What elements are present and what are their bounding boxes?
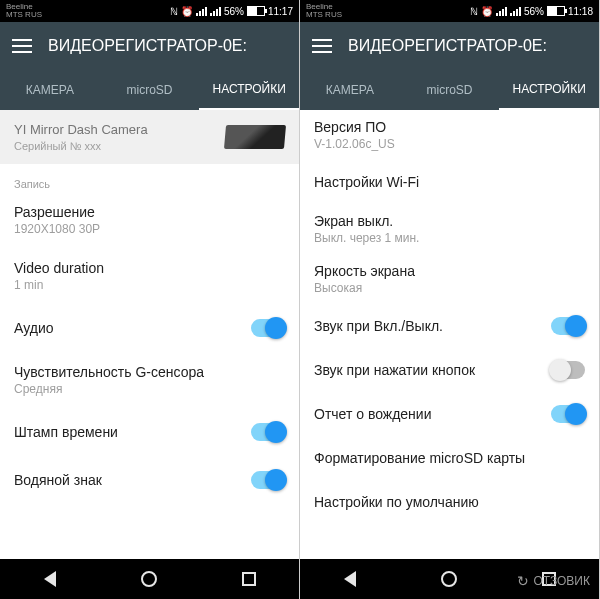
content-area: Версия ПОV-1.02.06c_USНастройки Wi-FiЭкр… [300, 110, 599, 559]
status-bar: Beeline MTS RUS ℕ ⏰ 56% 11:17 [0, 0, 299, 22]
tab-microsd[interactable]: microSD [100, 70, 200, 110]
phone-left: Beeline MTS RUS ℕ ⏰ 56% 11:17 ВИДЕОРЕГИС… [0, 0, 300, 599]
nav-bar [0, 559, 299, 599]
battery-text: 56% [524, 6, 544, 17]
device-serial: Серийный № xxx [14, 140, 148, 152]
signal-icon [496, 6, 507, 16]
row-title: Версия ПО [314, 119, 395, 135]
status-bar: Beeline MTS RUS ℕ ⏰ 56% 11:18 [300, 0, 599, 22]
toggle-switch[interactable] [551, 405, 585, 423]
toggle-switch[interactable] [551, 361, 585, 379]
nfc-icon: ℕ [470, 6, 478, 17]
alarm-icon: ⏰ [481, 6, 493, 17]
battery-icon [247, 6, 265, 16]
row-title: Отчет о вождении [314, 406, 432, 422]
home-button[interactable] [139, 569, 159, 589]
device-image [224, 125, 286, 149]
status-carriers: Beeline MTS RUS [306, 3, 342, 19]
status-icons: ℕ ⏰ 56% 11:17 [170, 6, 293, 17]
back-button[interactable] [340, 569, 360, 589]
page-title: ВИДЕОРЕГИСТРАТОР-0E: [48, 37, 287, 55]
tab-камера[interactable]: КАМЕРА [0, 70, 100, 110]
toggle-switch[interactable] [551, 317, 585, 335]
row-title: Чувствительность G-сенсора [14, 364, 204, 380]
content-area: YI Mirror Dash Camera Серийный № xxx Зап… [0, 110, 299, 559]
battery-icon [547, 6, 565, 16]
nfc-icon: ℕ [170, 6, 178, 17]
section-label: Запись [0, 164, 299, 192]
settings-row[interactable]: Версия ПОV-1.02.06c_US [300, 110, 599, 160]
toggle-switch[interactable] [251, 471, 285, 489]
row-subtitle: Средняя [14, 382, 204, 396]
settings-row[interactable]: Штамп времени [0, 408, 299, 456]
settings-row[interactable]: Яркость экранаВысокая [300, 254, 599, 304]
settings-row[interactable]: Звук при нажатии кнопок [300, 348, 599, 392]
status-carriers: Beeline MTS RUS [6, 3, 42, 19]
tab-bar: КАМЕРАmicroSDНАСТРОЙКИ [0, 70, 299, 110]
toggle-switch[interactable] [251, 423, 285, 441]
device-name: YI Mirror Dash Camera [14, 122, 148, 137]
row-title: Яркость экрана [314, 263, 415, 279]
settings-row[interactable]: Настройки по умолчанию [300, 480, 599, 524]
recents-button[interactable] [539, 569, 559, 589]
settings-row[interactable]: Video duration1 min [0, 248, 299, 304]
home-button[interactable] [439, 569, 459, 589]
row-title: Водяной знак [14, 472, 102, 488]
app-header: ВИДЕОРЕГИСТРАТОР-0E: [300, 22, 599, 70]
settings-row[interactable]: Водяной знак [0, 456, 299, 504]
row-title: Звук при Вкл./Выкл. [314, 318, 443, 334]
carrier-2: MTS RUS [6, 11, 42, 19]
recents-button[interactable] [239, 569, 259, 589]
row-title: Звук при нажатии кнопок [314, 362, 475, 378]
tab-bar: КАМЕРАmicroSDНАСТРОЙКИ [300, 70, 599, 110]
menu-icon[interactable] [312, 39, 332, 53]
device-card[interactable]: YI Mirror Dash Camera Серийный № xxx [0, 110, 299, 164]
page-title: ВИДЕОРЕГИСТРАТОР-0E: [348, 37, 587, 55]
alarm-icon: ⏰ [181, 6, 193, 17]
app-header: ВИДЕОРЕГИСТРАТОР-0E: [0, 22, 299, 70]
row-title: Аудио [14, 320, 54, 336]
signal-icon-2 [510, 6, 521, 16]
settings-row[interactable]: Разрешение1920X1080 30P [0, 192, 299, 248]
row-title: Разрешение [14, 204, 100, 220]
settings-row[interactable]: Настройки Wi-Fi [300, 160, 599, 204]
row-subtitle: Выкл. через 1 мин. [314, 231, 419, 245]
row-title: Штамп времени [14, 424, 118, 440]
tab-настройки[interactable]: НАСТРОЙКИ [199, 70, 299, 110]
row-subtitle: 1920X1080 30P [14, 222, 100, 236]
phone-right: Beeline MTS RUS ℕ ⏰ 56% 11:18 ВИДЕОРЕГИС… [300, 0, 600, 599]
settings-row[interactable]: Экран выкл.Выкл. через 1 мин. [300, 204, 599, 254]
settings-row[interactable]: Форматирование microSD карты [300, 436, 599, 480]
signal-icon [196, 6, 207, 16]
row-title: Настройки по умолчанию [314, 494, 479, 510]
menu-icon[interactable] [12, 39, 32, 53]
settings-row[interactable]: Отчет о вождении [300, 392, 599, 436]
row-title: Форматирование microSD карты [314, 450, 525, 466]
status-icons: ℕ ⏰ 56% 11:18 [470, 6, 593, 17]
row-title: Настройки Wi-Fi [314, 174, 419, 190]
row-title: Экран выкл. [314, 213, 419, 229]
battery-text: 56% [224, 6, 244, 17]
settings-row[interactable]: Чувствительность G-сенсораСредняя [0, 352, 299, 408]
toggle-switch[interactable] [251, 319, 285, 337]
row-title: Video duration [14, 260, 104, 276]
settings-row[interactable]: Звук при Вкл./Выкл. [300, 304, 599, 348]
carrier-2: MTS RUS [306, 11, 342, 19]
row-subtitle: 1 min [14, 278, 104, 292]
settings-row[interactable]: Аудио [0, 304, 299, 352]
clock: 11:18 [568, 6, 593, 17]
tab-камера[interactable]: КАМЕРА [300, 70, 400, 110]
row-subtitle: V-1.02.06c_US [314, 137, 395, 151]
nav-bar [300, 559, 599, 599]
signal-icon-2 [210, 6, 221, 16]
back-button[interactable] [40, 569, 60, 589]
clock: 11:17 [268, 6, 293, 17]
row-subtitle: Высокая [314, 281, 415, 295]
tab-microsd[interactable]: microSD [400, 70, 500, 110]
tab-настройки[interactable]: НАСТРОЙКИ [499, 70, 599, 110]
